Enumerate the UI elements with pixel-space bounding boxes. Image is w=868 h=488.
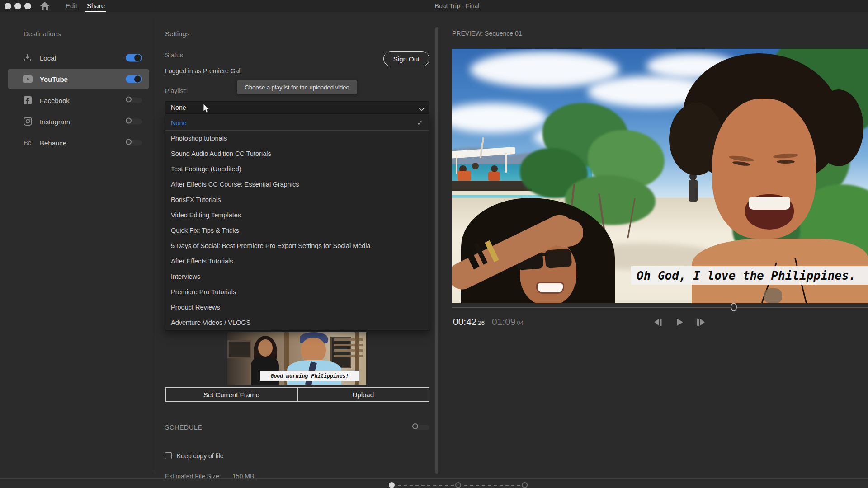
local-download-icon	[23, 53, 33, 63]
playlist-option[interactable]: Adventure Videos / VLOGS ✓	[165, 315, 429, 330]
step-back-icon[interactable]	[653, 318, 663, 327]
logged-in-status: Logged in as Premiere Gal	[165, 67, 241, 75]
instagram-toggle[interactable]	[126, 117, 142, 126]
playlist-option[interactable]: Test Footage (Unedited) ✓	[165, 161, 429, 177]
window-minimize-button[interactable]	[14, 3, 21, 9]
playlist-option[interactable]: Video Editing Templates ✓	[165, 207, 429, 223]
play-icon[interactable]	[675, 318, 685, 327]
keep-copy-label: Keep copy of file	[177, 452, 224, 460]
sidebar-item-label: Behance	[40, 139, 66, 146]
sidebar-item-label: YouTube	[40, 75, 68, 83]
playlist-option[interactable]: Premiere Pro Tutorials ✓	[165, 284, 429, 300]
step-connector	[398, 485, 454, 486]
window-zoom-button[interactable]	[24, 3, 31, 9]
step-connector	[464, 485, 521, 486]
playlist-option[interactable]: After Effects CC Course: Essential Graph…	[165, 177, 429, 192]
playlist-option[interactable]: 5 Days of Social: Best Premiere Pro Expo…	[165, 238, 429, 253]
bottom-bar	[0, 478, 868, 488]
playlist-option[interactable]: Quick Fix: Tips & Tricks ✓	[165, 223, 429, 238]
timecode-current: 00:4226	[453, 316, 485, 327]
schedule-toggle[interactable]	[412, 423, 429, 432]
facebook-toggle[interactable]	[126, 96, 142, 104]
playlist-option[interactable]: Sound Audio Audition CC Tutorials ✓	[165, 146, 429, 161]
video-thumbnail: Good morning Philippines!	[227, 332, 366, 385]
playlist-option[interactable]: None ✓	[165, 115, 429, 131]
frame-button-group: Set Current Frame Upload	[165, 387, 429, 402]
mouse-cursor	[203, 103, 210, 115]
youtube-toggle[interactable]	[126, 75, 142, 83]
settings-scrollbar[interactable]	[435, 27, 438, 474]
preview-scrubber[interactable]	[452, 307, 868, 308]
playlist-dropdown-menu: None ✓ Photoshop tutorials ✓ Sound Audio…	[165, 115, 429, 331]
playlist-option[interactable]: Photoshop tutorials ✓	[165, 131, 429, 146]
set-current-frame-button[interactable]: Set Current Frame	[166, 388, 297, 401]
playlist-option[interactable]: After Effects Tutorials ✓	[165, 253, 429, 269]
playlist-option[interactable]: Product Reviews ✓	[165, 300, 429, 315]
behance-toggle[interactable]	[126, 138, 142, 147]
window-close-button[interactable]	[5, 3, 11, 9]
schedule-label: SCHEDULE	[165, 424, 203, 431]
facebook-icon	[23, 95, 33, 105]
playlist-tooltip: Choose a playlist for the uploaded video	[237, 80, 357, 94]
sign-out-button[interactable]: Sign Out	[383, 51, 429, 66]
instagram-icon	[23, 117, 33, 127]
video-caption: Oh God, I love the Philippines.	[631, 266, 868, 285]
sidebar-item-label: Instagram	[40, 117, 70, 125]
sidebar-item-instagram[interactable]: Instagram	[0, 111, 149, 132]
thumbnail-caption: Good morning Philippines!	[260, 371, 359, 381]
preview-title: PREVIEW: Sequence 01	[452, 30, 522, 37]
behance-icon: Bē	[23, 138, 33, 148]
status-label: Status:	[165, 52, 185, 59]
video-frame: Oh God, I love the Philippines.	[452, 49, 868, 303]
sidebar-item-facebook[interactable]: Facebook	[0, 89, 149, 111]
destinations-sidebar: Destinations Local YouTube Facebook	[0, 12, 149, 478]
sidebar-item-local[interactable]: Local	[0, 47, 149, 68]
tab-share[interactable]: Share	[87, 2, 105, 9]
step-indicator-2[interactable]	[455, 482, 461, 488]
sidebar-item-label: Local	[40, 54, 56, 61]
local-toggle[interactable]	[126, 53, 142, 62]
title-bar: Edit Share Boat Trip - Final	[0, 0, 868, 12]
playhead[interactable]	[731, 303, 737, 311]
youtube-icon	[23, 74, 33, 84]
sidebar-item-behance[interactable]: Bē Behance	[0, 132, 149, 153]
playlist-option[interactable]: BorisFX Tutorials ✓	[165, 192, 429, 207]
person-walking	[689, 180, 698, 202]
timecode-total: 01:0904	[492, 316, 524, 327]
home-icon[interactable]	[40, 1, 50, 13]
chevron-down-icon	[419, 105, 425, 113]
check-icon: ✓	[417, 115, 423, 131]
sidebar-item-youtube[interactable]: YouTube	[0, 68, 149, 89]
tab-edit[interactable]: Edit	[66, 2, 77, 9]
settings-title: Settings	[165, 30, 189, 38]
sidebar-item-label: Facebook	[40, 96, 70, 104]
panel-divider	[153, 18, 153, 472]
upload-button[interactable]: Upload	[297, 388, 429, 401]
step-indicator-3[interactable]	[522, 482, 528, 488]
playlist-label: Playlist:	[165, 87, 187, 94]
destinations-header: Destinations	[24, 30, 61, 38]
window-title: Boat Trip - Final	[407, 2, 507, 9]
playlist-option[interactable]: Interviews ✓	[165, 269, 429, 284]
keep-copy-checkbox[interactable]	[165, 452, 172, 459]
step-indicator-1[interactable]	[389, 482, 395, 488]
playlist-select-value: None	[171, 104, 186, 111]
man-tattoo	[764, 288, 782, 303]
app-window: Edit Share Boat Trip - Final Destination…	[0, 0, 868, 488]
step-forward-icon[interactable]	[696, 318, 706, 327]
